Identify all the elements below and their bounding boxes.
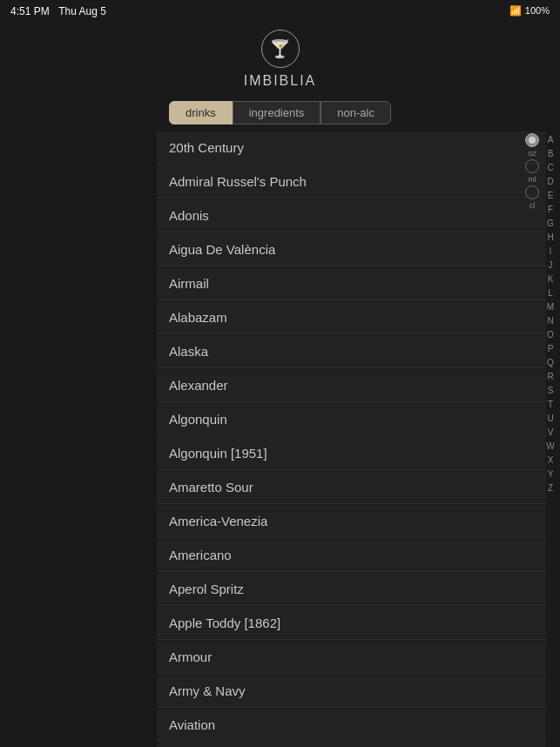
alpha-letter-p[interactable]: P [548,342,554,356]
status-indicators: 📶 100% [509,5,550,17]
alpha-letter-z[interactable]: Z [548,481,553,495]
unit-oz-btn[interactable] [525,133,539,147]
alpha-letter-h[interactable]: H [547,231,553,245]
alpha-letter-e[interactable]: E [548,189,554,203]
list-item[interactable]: 20th Century [157,131,546,165]
list-item[interactable]: America-Venezia [157,505,546,538]
alpha-letter-a[interactable]: A [548,133,554,147]
unit-ml-btn[interactable] [525,159,539,173]
alpha-letter-o[interactable]: O [547,328,554,342]
list-item[interactable]: Admiral Russel's Punch [157,165,546,199]
alpha-letter-x[interactable]: X [548,454,554,468]
status-bar: 4:51 PM Thu Aug 5 📶 100% [0,0,560,21]
alpha-letter-d[interactable]: D [547,175,553,189]
content-area: 20th CenturyAdmiral Russel's PunchAdonis… [0,131,560,747]
alpha-letter-l[interactable]: L [548,286,553,300]
list-item[interactable]: Armour [157,641,546,674]
logo-circle: 🍸 [261,30,300,68]
tabs-bar: drinks ingredients non-alc [157,101,403,124]
unit-cl-label[interactable]: cl [530,201,536,210]
alpha-letter-s[interactable]: S [548,384,554,398]
tab-non-alc[interactable]: non-alc [320,101,391,124]
battery-icon: 100% [525,5,550,16]
alpha-letter-k[interactable]: K [548,273,554,286]
list-item[interactable]: Aperol Spritz [157,573,546,606]
alpha-letter-b[interactable]: B [548,147,554,161]
status-date: Thu Aug 5 [58,5,106,17]
alpha-letter-y[interactable]: Y [548,468,554,481]
list-item[interactable]: Alabazam [157,301,546,334]
alpha-letter-n[interactable]: N [547,314,553,328]
alpha-letter-r[interactable]: R [547,370,553,384]
alpha-letter-u[interactable]: U [547,412,553,426]
status-time-date: 4:51 PM Thu Aug 5 [10,3,106,18]
list-item[interactable]: Apple Toddy [1862] [157,607,546,640]
tab-drinks[interactable]: drinks [169,101,233,124]
tab-ingredients[interactable]: ingredients [233,101,321,124]
alpha-letter-c[interactable]: C [547,161,553,175]
list-item[interactable]: Alaska [157,335,546,368]
list-item[interactable]: Aviation [1917] [157,743,546,747]
status-time: 4:51 PM [10,5,50,17]
app-title: IMBIBLIA [244,73,317,89]
wifi-icon: 📶 [509,5,522,17]
unit-oz-label[interactable]: oz [528,149,536,158]
alpha-letter-w[interactable]: W [546,440,554,454]
alpha-letter-v[interactable]: V [548,426,554,440]
app-header: 🍸 IMBIBLIA [0,21,560,101]
list-item[interactable]: Algonquin [1951] [157,437,546,470]
alpha-letter-m[interactable]: M [547,300,554,314]
unit-cl-btn[interactable] [525,185,539,199]
list-item[interactable]: Amaretto Sour [157,471,546,504]
logo-icon: 🍸 [269,38,291,59]
alpha-letter-t[interactable]: T [548,398,553,412]
alpha-letter-f[interactable]: F [548,203,553,217]
unit-ml-label[interactable]: ml [528,175,536,184]
list-item[interactable]: Army & Navy [157,675,546,708]
alpha-letter-g[interactable]: G [547,217,554,231]
unit-selector: oz ml cl [525,131,539,212]
alphabet-sidebar: ABCDEFGHIJKLMNOPQRSTUVWXYZ [541,131,560,497]
list-item[interactable]: Aviation [157,709,546,742]
list-item[interactable]: Aigua De València [157,233,546,266]
alpha-letter-i[interactable]: I [550,245,552,259]
list-item[interactable]: Adonis [157,199,546,232]
alpha-letter-j[interactable]: J [549,259,553,273]
list-item[interactable]: Alexander [157,369,546,402]
alpha-letter-q[interactable]: Q [547,356,554,370]
list-item[interactable]: Americano [157,539,546,572]
list-item[interactable]: Algonquin [157,403,546,436]
drinks-list: 20th CenturyAdmiral Russel's PunchAdonis… [157,131,546,747]
list-item[interactable]: Airmail [157,267,546,300]
